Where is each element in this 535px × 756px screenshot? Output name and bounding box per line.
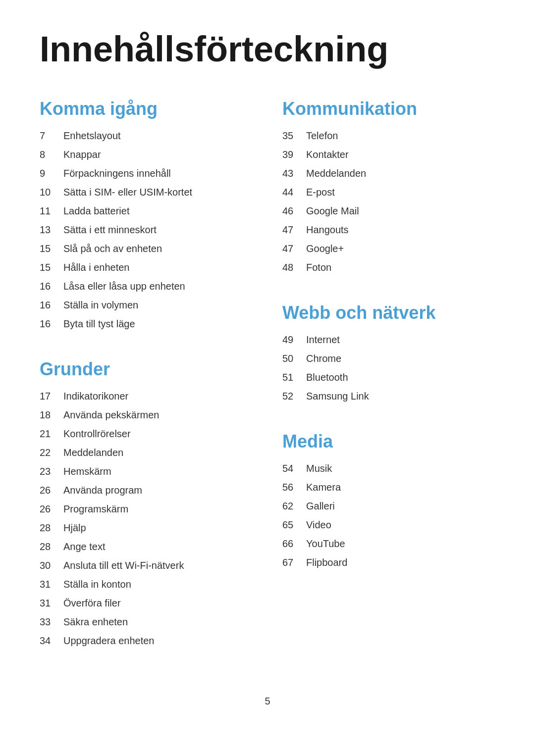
list-item: 44 E-post <box>282 185 495 200</box>
toc-text: YouTube <box>306 536 345 551</box>
toc-text: Använda pekskärmen <box>63 407 159 422</box>
toc-text: Låsa eller låsa upp enheten <box>63 279 185 294</box>
toc-text: Galleri <box>306 499 335 513</box>
toc-text: Kontrollrörelser <box>63 426 131 441</box>
toc-number: 31 <box>40 596 63 610</box>
toc-number: 31 <box>40 577 63 592</box>
page-number: 5 <box>40 696 495 707</box>
toc-number: 50 <box>282 351 306 366</box>
toc-number: 7 <box>40 128 63 143</box>
toc-text: Google Mail <box>306 203 359 218</box>
toc-text: Förpackningens innehåll <box>63 166 171 181</box>
toc-number: 65 <box>282 517 306 532</box>
left-column: Komma igång 7 Enhetslayout 8 Knappar 9 F… <box>40 99 253 676</box>
toc-text: Hangouts <box>306 222 349 237</box>
toc-number: 47 <box>282 241 306 256</box>
toc-number: 33 <box>40 614 63 629</box>
toc-text: Ange text <box>63 539 106 554</box>
list-item: 49 Internet <box>282 332 495 347</box>
section-kommunikation: Kommunikation 35 Telefon 39 Kontakter 43… <box>282 99 495 279</box>
section-grunder: Grunder 17 Indikatorikoner 18 Använda pe… <box>40 359 253 652</box>
list-item: 43 Meddelanden <box>282 166 495 181</box>
list-item: 62 Galleri <box>282 499 495 513</box>
toc-text: Hålla i enheten <box>63 260 129 275</box>
toc-text: Bluetooth <box>306 370 348 385</box>
list-item: 31 Överföra filer <box>40 596 253 610</box>
list-item: 66 YouTube <box>282 536 495 551</box>
toc-list-media: 54 Musik 56 Kamera 62 Galleri 65 Video 6… <box>282 461 495 570</box>
list-item: 7 Enhetslayout <box>40 128 253 143</box>
section-title-media: Media <box>282 431 495 452</box>
toc-text: Säkra enheten <box>63 614 128 629</box>
toc-number: 52 <box>282 389 306 403</box>
list-item: 47 Hangouts <box>282 222 495 237</box>
list-item: 30 Ansluta till ett Wi-Fi-nätverk <box>40 558 253 573</box>
toc-list-grunder: 17 Indikatorikoner 18 Använda pekskärmen… <box>40 389 253 648</box>
list-item: 48 Foton <box>282 260 495 275</box>
toc-text: Flipboard <box>306 555 347 570</box>
toc-number: 34 <box>40 633 63 648</box>
section-media: Media 54 Musik 56 Kamera 62 Galleri 65 V… <box>282 431 495 574</box>
list-item: 26 Använda program <box>40 483 253 498</box>
toc-number: 9 <box>40 166 63 181</box>
toc-text: Ladda batteriet <box>63 203 129 218</box>
page-title: Innehållsförteckning <box>40 30 495 69</box>
toc-number: 28 <box>40 539 63 554</box>
content-layout: Komma igång 7 Enhetslayout 8 Knappar 9 F… <box>40 99 495 676</box>
list-item: 31 Ställa in konton <box>40 577 253 592</box>
list-item: 18 Använda pekskärmen <box>40 407 253 422</box>
list-item: 39 Kontakter <box>282 147 495 162</box>
list-item: 13 Sätta i ett minneskort <box>40 222 253 237</box>
section-komma-igång: Komma igång 7 Enhetslayout 8 Knappar 9 F… <box>40 99 253 335</box>
toc-text: Ställa in konton <box>63 577 131 592</box>
list-item: 67 Flipboard <box>282 555 495 570</box>
list-item: 15 Slå på och av enheten <box>40 241 253 256</box>
toc-number: 13 <box>40 222 63 237</box>
list-item: 46 Google Mail <box>282 203 495 218</box>
right-column: Kommunikation 35 Telefon 39 Kontakter 43… <box>282 99 495 676</box>
list-item: 16 Byta till tyst läge <box>40 316 253 331</box>
toc-number: 47 <box>282 222 306 237</box>
toc-number: 18 <box>40 407 63 422</box>
list-item: 11 Ladda batteriet <box>40 203 253 218</box>
list-item: 65 Video <box>282 517 495 532</box>
list-item: 33 Säkra enheten <box>40 614 253 629</box>
section-title-webb: Webb och nätverk <box>282 302 495 323</box>
toc-text: Meddelanden <box>63 445 123 460</box>
toc-text: Använda program <box>63 483 142 498</box>
toc-text: Foton <box>306 260 331 275</box>
toc-number: 54 <box>282 461 306 476</box>
list-item: 17 Indikatorikoner <box>40 389 253 403</box>
list-item: 52 Samsung Link <box>282 389 495 403</box>
list-item: 10 Sätta i SIM- eller USIM-kortet <box>40 185 253 200</box>
toc-text: Samsung Link <box>306 389 369 403</box>
toc-number: 48 <box>282 260 306 275</box>
toc-number: 66 <box>282 536 306 551</box>
toc-text: Överföra filer <box>63 596 121 610</box>
toc-text: Musik <box>306 461 332 476</box>
list-item: 56 Kamera <box>282 480 495 495</box>
toc-number: 23 <box>40 464 63 479</box>
list-item: 51 Bluetooth <box>282 370 495 385</box>
toc-number: 35 <box>282 128 306 143</box>
toc-text: Hemskärm <box>63 464 111 479</box>
toc-number: 30 <box>40 558 63 573</box>
toc-number: 26 <box>40 502 63 516</box>
toc-list-kommunikation: 35 Telefon 39 Kontakter 43 Meddelanden 4… <box>282 128 495 275</box>
toc-text: Sätta i SIM- eller USIM-kortet <box>63 185 192 200</box>
section-webb-och-nätverk: Webb och nätverk 49 Internet 50 Chrome 5… <box>282 302 495 407</box>
list-item: 28 Ange text <box>40 539 253 554</box>
toc-number: 16 <box>40 316 63 331</box>
toc-number: 28 <box>40 520 63 535</box>
list-item: 21 Kontrollrörelser <box>40 426 253 441</box>
toc-text: Knappar <box>63 147 101 162</box>
toc-text: Internet <box>306 332 340 347</box>
toc-text: Indikatorikoner <box>63 389 128 403</box>
list-item: 47 Google+ <box>282 241 495 256</box>
list-item: 54 Musik <box>282 461 495 476</box>
toc-number: 10 <box>40 185 63 200</box>
toc-number: 22 <box>40 445 63 460</box>
list-item: 34 Uppgradera enheten <box>40 633 253 648</box>
toc-number: 21 <box>40 426 63 441</box>
toc-text: Sätta i ett minneskort <box>63 222 157 237</box>
